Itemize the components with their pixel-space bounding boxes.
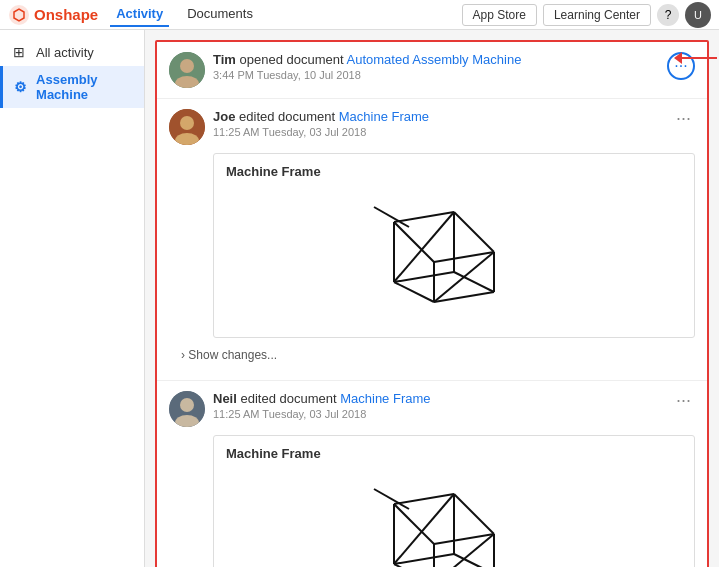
chevron-right-icon-joe: › <box>181 348 185 362</box>
action-text-neil: edited document <box>240 391 340 406</box>
logo-text: Onshape <box>34 6 98 23</box>
user-name-tim: Tim <box>213 52 236 67</box>
avatar-joe-image <box>169 109 205 145</box>
doc-preview-title-joe: Machine Frame <box>226 164 682 179</box>
action-text-joe: edited document <box>239 109 339 124</box>
sidebar-item-all-activity-label: All activity <box>36 45 94 60</box>
more-options-button-joe[interactable]: ··· <box>672 109 695 127</box>
svg-line-14 <box>454 212 494 252</box>
svg-line-18 <box>454 272 494 292</box>
activity-user-info-neil: Neil edited document Machine Frame 11:25… <box>169 391 431 427</box>
activity-header-joe: Joe edited document Machine Frame 11:25 … <box>169 109 695 145</box>
doc-preview-joe: Machine Frame <box>213 153 695 338</box>
activity-text-neil: Neil edited document Machine Frame 11:25… <box>213 391 431 420</box>
red-arrow-indicator <box>674 52 717 64</box>
machine-frame-svg-neil <box>354 474 554 567</box>
feed-wrapper: Tim opened document Automated Assembly M… <box>155 40 709 567</box>
sidebar: ⊞ All activity ⚙ Assembly Machine <box>0 30 145 567</box>
doc-preview-neil: Machine Frame <box>213 435 695 567</box>
layout: ⊞ All activity ⚙ Assembly Machine <box>0 30 719 567</box>
activity-text-joe: Joe edited document Machine Frame 11:25 … <box>213 109 429 138</box>
activity-header-neil: Neil edited document Machine Frame 11:25… <box>169 391 695 427</box>
show-changes-label-joe: Show changes... <box>188 348 277 362</box>
sidebar-item-assembly-machine-label: Assembly Machine <box>36 72 134 102</box>
doc-link-joe[interactable]: Machine Frame <box>339 109 429 124</box>
activity-content-neil: Neil edited document Machine Frame <box>213 391 431 406</box>
activity-feed: Tim opened document Automated Assembly M… <box>145 30 719 567</box>
svg-line-21 <box>374 207 409 227</box>
onshape-logo-icon <box>8 4 30 26</box>
doc-preview-title-neil: Machine Frame <box>226 446 682 461</box>
svg-point-23 <box>180 398 194 412</box>
activity-user-info-joe: Joe edited document Machine Frame 11:25 … <box>169 109 429 145</box>
nav-tab-activity[interactable]: Activity <box>110 2 169 27</box>
help-icon[interactable]: ? <box>657 4 679 26</box>
arrow-head <box>674 52 682 64</box>
avatar-tim-image <box>169 52 205 88</box>
activity-item-joe: Joe edited document Machine Frame 11:25 … <box>157 99 707 381</box>
activity-time-tim: 3:44 PM Tuesday, 10 Jul 2018 <box>213 69 521 81</box>
assembly-machine-icon: ⚙ <box>13 79 28 95</box>
svg-point-5 <box>180 116 194 130</box>
svg-line-36 <box>454 554 494 567</box>
feed-section: Tim opened document Automated Assembly M… <box>155 40 709 567</box>
avatar-tim <box>169 52 205 88</box>
svg-line-11 <box>394 212 454 222</box>
activity-header-tim: Tim opened document Automated Assembly M… <box>169 52 695 88</box>
avatar-neil-image <box>169 391 205 427</box>
main-content: Tim opened document Automated Assembly M… <box>145 30 719 567</box>
svg-line-17 <box>394 282 434 302</box>
action-text-tim: opened document <box>240 52 347 67</box>
svg-line-32 <box>454 494 494 534</box>
svg-line-39 <box>374 489 409 509</box>
doc-preview-img-neil <box>226 469 682 567</box>
activity-time-neil: 11:25 AM Tuesday, 03 Jul 2018 <box>213 408 431 420</box>
sidebar-item-assembly-machine[interactable]: ⚙ Assembly Machine <box>0 66 144 108</box>
activity-content-tim: Tim opened document Automated Assembly M… <box>213 52 521 67</box>
doc-link-neil[interactable]: Machine Frame <box>340 391 430 406</box>
doc-preview-img-joe <box>226 187 682 327</box>
activity-item-tim: Tim opened document Automated Assembly M… <box>157 42 707 99</box>
svg-point-2 <box>180 59 194 73</box>
more-options-button-neil[interactable]: ··· <box>672 391 695 409</box>
user-avatar-nav[interactable]: U <box>685 2 711 28</box>
svg-line-33 <box>394 554 454 564</box>
arrow-line <box>682 57 717 59</box>
show-changes-joe[interactable]: › Show changes... <box>169 342 695 370</box>
svg-point-0 <box>9 5 29 25</box>
doc-link-tim[interactable]: Automated Assembly Machine <box>347 52 522 67</box>
svg-line-15 <box>394 272 454 282</box>
machine-frame-svg-joe <box>354 192 554 322</box>
user-name-neil: Neil <box>213 391 237 406</box>
svg-line-29 <box>394 494 454 504</box>
activity-time-joe: 11:25 AM Tuesday, 03 Jul 2018 <box>213 126 429 138</box>
navbar: Onshape Activity Documents App Store Lea… <box>0 0 719 30</box>
learning-center-button[interactable]: Learning Center <box>543 4 651 26</box>
nav-tab-documents[interactable]: Documents <box>181 2 259 27</box>
activity-user-info-tim: Tim opened document Automated Assembly M… <box>169 52 521 88</box>
sidebar-item-all-activity[interactable]: ⊞ All activity <box>0 38 144 66</box>
all-activity-icon: ⊞ <box>10 44 28 60</box>
activity-content-joe: Joe edited document Machine Frame <box>213 109 429 124</box>
activity-text-tim: Tim opened document Automated Assembly M… <box>213 52 521 81</box>
navbar-right: App Store Learning Center ? U <box>462 2 711 28</box>
activity-item-neil: Neil edited document Machine Frame 11:25… <box>157 381 707 567</box>
avatar-neil <box>169 391 205 427</box>
app-logo[interactable]: Onshape <box>8 4 98 26</box>
app-store-button[interactable]: App Store <box>462 4 537 26</box>
avatar-joe <box>169 109 205 145</box>
user-name-joe: Joe <box>213 109 235 124</box>
